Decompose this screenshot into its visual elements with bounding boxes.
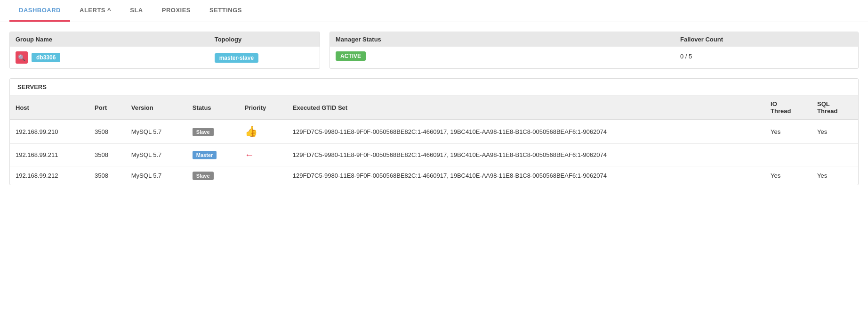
thumbs-up-icon: 👍: [245, 125, 257, 138]
server-status: Slave: [187, 166, 239, 185]
nav-tabs: DASHBOARD ALERTS ^ SLA PROXIES SETTINGS: [9, 0, 859, 22]
table-row: 192.168.99.2123508MySQL 5.7Slave129FD7C5…: [10, 166, 858, 185]
col-io-thread: IOThread: [765, 96, 812, 120]
main-content: Group Name Topology 🔍 db3306 master-slav…: [0, 22, 868, 195]
group-panel: Group Name Topology 🔍 db3306 master-slav…: [9, 32, 320, 69]
manager-panel-body: ACTIVE 0 / 5: [330, 47, 858, 66]
col-version: Version: [126, 96, 187, 120]
servers-table: Host Port Version Status Priority Execut…: [10, 96, 858, 185]
server-sql-thread: Yes: [812, 166, 858, 185]
tab-sla[interactable]: SLA: [121, 0, 153, 22]
server-port: 3508: [89, 166, 126, 185]
server-version: MySQL 5.7: [126, 120, 187, 144]
server-priority: 👍: [239, 120, 287, 144]
table-row: 192.168.99.2103508MySQL 5.7Slave👍129FD7C…: [10, 120, 858, 144]
manager-panel: Manager Status Failover Count ACTIVE 0 /…: [330, 32, 859, 69]
server-host: 192.168.99.212: [10, 166, 89, 185]
server-sql-thread: [812, 144, 858, 166]
server-version: MySQL 5.7: [126, 144, 187, 166]
tab-settings[interactable]: SETTINGS: [200, 0, 251, 22]
group-name-header: Group Name: [16, 36, 215, 43]
server-io-thread: Yes: [765, 166, 812, 185]
server-status: Master: [187, 144, 239, 166]
server-version: MySQL 5.7: [126, 166, 187, 185]
server-host: 192.168.99.211: [10, 144, 89, 166]
topology-header: Topology: [215, 36, 314, 43]
server-io-thread: [765, 144, 812, 166]
status-badge: Master: [193, 151, 217, 159]
group-name-body: 🔍 db3306: [16, 51, 215, 64]
server-priority: [239, 166, 287, 185]
server-gtid: 129FD7C5-9980-11E8-9F0F-0050568BE82C:1-4…: [287, 144, 765, 166]
group-name-badge[interactable]: db3306: [32, 53, 60, 62]
col-sql-thread: SQLThread: [812, 96, 858, 120]
search-icon: 🔍: [18, 54, 25, 61]
server-host: 192.168.99.210: [10, 120, 89, 144]
server-priority: ←: [239, 144, 287, 166]
topology-body: master-slave: [215, 54, 314, 61]
arrow-left-icon: ←: [245, 149, 254, 160]
servers-table-header-row: Host Port Version Status Priority Execut…: [10, 96, 858, 120]
search-button[interactable]: 🔍: [16, 51, 28, 64]
group-panel-header: Group Name Topology: [10, 32, 320, 47]
manager-panel-header: Manager Status Failover Count: [330, 32, 858, 47]
topology-badge: master-slave: [215, 53, 258, 63]
server-port: 3508: [89, 144, 126, 166]
table-row: 192.168.99.2113508MySQL 5.7Master←129FD7…: [10, 144, 858, 166]
server-io-thread: Yes: [765, 120, 812, 144]
manager-status-badge: ACTIVE: [336, 51, 366, 61]
server-status: Slave: [187, 120, 239, 144]
top-panels: Group Name Topology 🔍 db3306 master-slav…: [9, 32, 859, 69]
navigation-bar: DASHBOARD ALERTS ^ SLA PROXIES SETTINGS: [0, 0, 868, 22]
failover-count-header: Failover Count: [680, 36, 852, 43]
col-status: Status: [187, 96, 239, 120]
col-port: Port: [89, 96, 126, 120]
status-badge: Slave: [193, 172, 214, 180]
servers-section: SERVERS Host Port Version Status Priorit…: [9, 78, 859, 185]
manager-status-header: Manager Status: [336, 36, 680, 43]
col-host: Host: [10, 96, 89, 120]
group-panel-body: 🔍 db3306 master-slave: [10, 47, 320, 68]
col-priority: Priority: [239, 96, 287, 120]
col-gtid: Executed GTID Set: [287, 96, 765, 120]
server-gtid: 129FD7C5-9980-11E8-9F0F-0050568BE82C:1-4…: [287, 120, 765, 144]
tab-alerts[interactable]: ALERTS ^: [70, 0, 121, 22]
server-sql-thread: Yes: [812, 120, 858, 144]
tab-proxies[interactable]: PROXIES: [153, 0, 200, 22]
server-gtid: 129FD7C5-9980-11E8-9F0F-0050568BE82C:1-4…: [287, 166, 765, 185]
server-port: 3508: [89, 120, 126, 144]
servers-title: SERVERS: [10, 79, 858, 96]
status-badge: Slave: [193, 128, 214, 136]
manager-status-body: ACTIVE: [336, 51, 680, 61]
failover-count-body: 0 / 5: [680, 53, 852, 60]
tab-dashboard[interactable]: DASHBOARD: [9, 0, 70, 22]
